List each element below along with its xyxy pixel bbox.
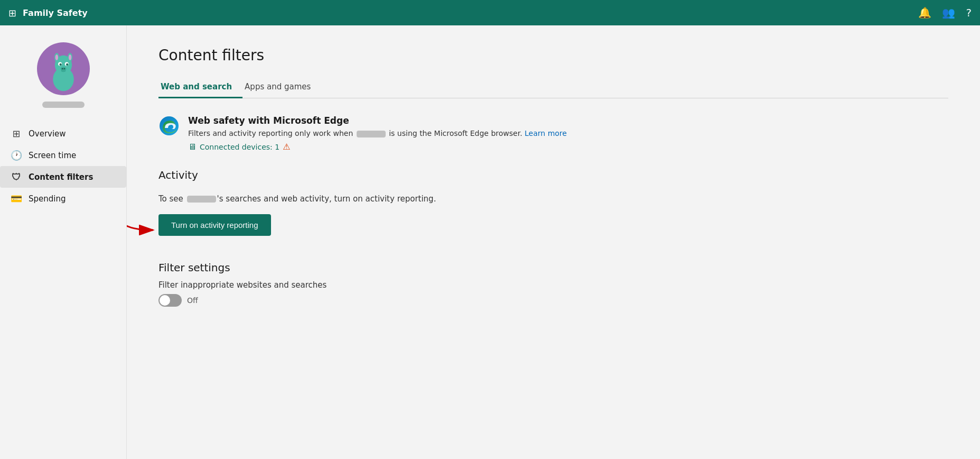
arrow-container: Turn on activity reporting — [158, 214, 948, 236]
edge-description: Filters and activity reporting only work… — [188, 129, 567, 137]
sidebar-item-screen-time-label: Screen time — [29, 151, 76, 160]
bell-icon[interactable]: 🔔 — [918, 6, 931, 19]
screen-time-icon: 🕐 — [11, 150, 22, 161]
svg-point-11 — [60, 64, 61, 65]
edge-section-title: Web safety with Microsoft Edge — [188, 115, 567, 126]
avatar — [37, 42, 90, 95]
activity-section: Activity To see 's searches and web acti… — [158, 169, 948, 236]
red-arrow-annotation — [127, 209, 158, 235]
sidebar-item-content-filters[interactable]: 🛡 Content filters — [0, 166, 126, 188]
tab-apps-games[interactable]: Apps and games — [242, 77, 321, 98]
main-content: Content filters Web and search Apps and … — [127, 25, 980, 459]
svg-point-16 — [61, 69, 66, 72]
svg-point-14 — [61, 68, 63, 70]
learn-more-link[interactable]: Learn more — [525, 129, 567, 137]
sidebar-item-content-filters-label: Content filters — [29, 172, 93, 182]
toggle-state-label: Off — [187, 296, 198, 305]
spending-icon: 💳 — [11, 193, 22, 204]
filter-settings-section: Filter settings Filter inappropriate web… — [158, 261, 948, 307]
help-icon[interactable]: ? — [966, 6, 972, 19]
app-body: ⊞ Overview 🕐 Screen time 🛡 Content filte… — [0, 25, 980, 459]
people-icon[interactable]: 👥 — [942, 6, 955, 19]
nav-list: ⊞ Overview 🕐 Screen time 🛡 Content filte… — [0, 123, 126, 209]
filter-row: Filter inappropriate websites and search… — [158, 280, 948, 307]
edge-info: Web safety with Microsoft Edge Filters a… — [188, 115, 567, 152]
overview-icon: ⊞ — [11, 128, 22, 139]
sidebar-item-spending-label: Spending — [29, 194, 66, 204]
connected-devices-label: Connected devices: 1 — [200, 143, 279, 151]
connected-devices: 🖥 Connected devices: 1 ⚠ — [188, 142, 567, 152]
grid-icon[interactable]: ⊞ — [8, 7, 16, 19]
user-name — [42, 102, 85, 108]
svg-point-6 — [68, 54, 71, 60]
tabs: Web and search Apps and games — [158, 77, 948, 98]
content-filters-icon: 🛡 — [11, 171, 22, 182]
filter-inappropriate-label: Filter inappropriate websites and search… — [158, 280, 948, 290]
svg-point-5 — [55, 54, 58, 60]
turn-on-activity-reporting-button[interactable]: Turn on activity reporting — [158, 214, 271, 236]
toggle-row: Off — [158, 294, 948, 307]
svg-point-15 — [63, 68, 65, 70]
sidebar-item-spending[interactable]: 💳 Spending — [0, 188, 126, 209]
sidebar: ⊞ Overview 🕐 Screen time 🛡 Content filte… — [0, 25, 127, 459]
filter-settings-title: Filter settings — [158, 261, 948, 274]
sidebar-item-screen-time[interactable]: 🕐 Screen time — [0, 144, 126, 166]
tab-web-search[interactable]: Web and search — [158, 77, 242, 98]
sidebar-item-overview-label: Overview — [29, 129, 66, 139]
activity-description: To see 's searches and web activity, tur… — [158, 194, 948, 204]
edge-section: Web safety with Microsoft Edge Filters a… — [158, 115, 948, 152]
toggle-knob — [160, 295, 170, 306]
page-title: Content filters — [158, 47, 948, 64]
sidebar-item-overview[interactable]: ⊞ Overview — [0, 123, 126, 144]
app-title: Family Safety — [23, 8, 918, 18]
svg-point-12 — [67, 64, 68, 65]
connected-devices-icon: 🖥 — [188, 142, 197, 152]
topbar-icons: 🔔 👥 ? — [918, 6, 972, 19]
activity-section-title: Activity — [158, 169, 948, 181]
topbar: ⊞ Family Safety 🔔 👥 ? — [0, 0, 980, 25]
edge-logo — [158, 115, 180, 136]
filter-toggle[interactable] — [158, 294, 182, 307]
warning-icon: ⚠ — [283, 142, 290, 152]
